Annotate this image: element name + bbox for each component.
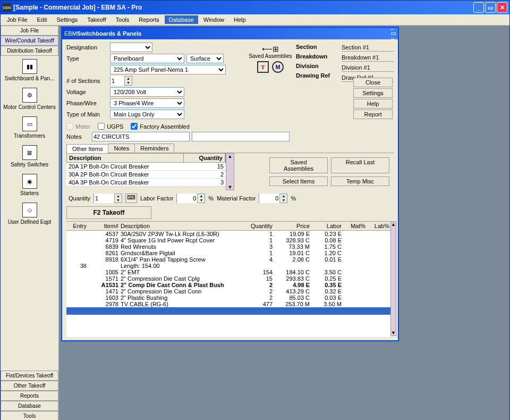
nav-other-takeoff[interactable]: Other Takeoff bbox=[1, 381, 58, 391]
tool-transformers[interactable]: ▭Transformers bbox=[1, 113, 58, 142]
menu-help[interactable]: Help bbox=[230, 15, 250, 24]
result-row[interactable]: 16032" Plastic Bushing285.03 C0.03 E bbox=[66, 295, 390, 301]
division-label: Division bbox=[296, 63, 342, 69]
menu-edit[interactable]: Edit bbox=[33, 15, 52, 24]
type-select[interactable]: Panelboard bbox=[110, 54, 184, 63]
recall-last-button[interactable]: Recall Last bbox=[331, 157, 389, 173]
main-select[interactable]: Main Lugs Only bbox=[110, 110, 184, 119]
breakdown-value[interactable]: Breakdown #1 bbox=[342, 54, 394, 62]
menu-window[interactable]: Window bbox=[199, 15, 228, 24]
meter-check[interactable]: Meter bbox=[66, 123, 90, 130]
sections-spinner[interactable]: ▲▼ bbox=[110, 76, 132, 86]
col-lab[interactable]: Lab% bbox=[367, 223, 390, 229]
sections-label: # of Sections bbox=[66, 78, 108, 84]
tab-notes[interactable]: Notes bbox=[108, 144, 135, 153]
result-row[interactable]: 89186X1/4" Pan Head Tapping Screw42.08 C… bbox=[66, 256, 390, 263]
nav-reports[interactable]: Reports bbox=[1, 391, 58, 401]
drawing-label: Drawing Ref bbox=[296, 72, 342, 79]
voltage-select[interactable]: 120/208 Volt bbox=[110, 87, 184, 97]
other-item-row[interactable]: 40A 3P Bolt-On Circuit Breaker3 bbox=[66, 179, 226, 187]
notes-input-2[interactable] bbox=[192, 132, 290, 141]
section-value[interactable]: Section #1 bbox=[342, 44, 394, 52]
menu-takeoff[interactable]: Takeoff bbox=[83, 15, 110, 24]
result-row[interactable]: 8261Grndscr&Bare Pigtail119.01 C1.20 C bbox=[66, 250, 390, 256]
nav-fixt-devices-takeoff[interactable]: Fixt/Devices Takeoff bbox=[1, 371, 58, 381]
tool-user-defined-eqpt[interactable]: ◇User Defined Eqpt bbox=[1, 199, 58, 228]
col-mat[interactable]: Mat% bbox=[343, 223, 367, 229]
select-items-button[interactable]: Select Items bbox=[269, 177, 328, 186]
quantity-spinner[interactable]: ▲▼ bbox=[94, 194, 122, 203]
calculator-button[interactable]: ⌨ bbox=[125, 194, 137, 203]
minimize-button[interactable]: _ bbox=[473, 2, 484, 13]
factory-check[interactable]: Factory Assembled bbox=[131, 123, 190, 130]
saved-assemblies-icon[interactable]: ⟵⊞ bbox=[247, 45, 294, 53]
close-button[interactable]: Close bbox=[353, 78, 393, 87]
labor-factor-spinner[interactable]: ▲▼ bbox=[176, 194, 205, 203]
m-icon[interactable]: M bbox=[272, 61, 284, 73]
maximize-button[interactable]: ▭ bbox=[485, 2, 496, 13]
notes-input-1[interactable] bbox=[92, 132, 190, 141]
temp-misc-button[interactable]: Temp Misc bbox=[331, 177, 389, 186]
tab-other-items[interactable]: Other Items bbox=[66, 144, 108, 153]
result-row[interactable]: A15312" Comp Die Cast Conn & Plast Bush2… bbox=[66, 282, 390, 288]
other-item-row[interactable]: 20A 1P Bolt-On Circuit Breaker15 bbox=[66, 163, 226, 171]
saved-assemblies-button[interactable]: Saved Assemblies bbox=[269, 157, 328, 173]
result-row[interactable]: 10052" EMT154184.10 C3.50 C bbox=[66, 269, 390, 275]
result-row[interactable]: 2978TV CABLE (RG-6)477253.70 M3.50 M bbox=[66, 301, 390, 307]
child-maximize-button[interactable]: ▭ bbox=[390, 30, 396, 37]
t-icon[interactable]: T bbox=[257, 61, 269, 73]
col-labor[interactable]: Labor bbox=[311, 223, 343, 229]
col-quantity[interactable]: Quantity bbox=[184, 154, 225, 162]
other-items-scrollbar[interactable]: ▲▼ bbox=[226, 153, 234, 190]
col-entry[interactable]: Entry bbox=[66, 223, 88, 229]
menu-job-file[interactable]: Job File bbox=[3, 15, 32, 24]
division-value[interactable]: Division #1 bbox=[342, 64, 394, 72]
result-row[interactable]: 47194" Square 1G Ind Power Rcpt Cover132… bbox=[66, 237, 390, 243]
result-row[interactable]: 38Length: 154.00 bbox=[66, 263, 390, 269]
f2-takeoff-button[interactable]: F2 Takeoff bbox=[66, 206, 151, 219]
nav-job-file[interactable]: Job File bbox=[1, 26, 58, 36]
col-qty[interactable]: Quantity bbox=[242, 223, 274, 229]
other-item-row[interactable]: 30A 2P Bolt-On Circuit Breaker2 bbox=[66, 171, 226, 179]
designation-select[interactable] bbox=[110, 43, 152, 52]
tool-motor-control-centers[interactable]: ⚙Motor Control Centers bbox=[1, 85, 58, 113]
tool-switchboard-pan-[interactable]: ▮▮Switchboard & Pan... bbox=[1, 56, 58, 85]
close-button[interactable]: ✕ bbox=[497, 2, 507, 13]
result-row[interactable]: 15712" Compression Die Cast Cplg15293.83… bbox=[66, 275, 390, 282]
col-price[interactable]: Price bbox=[274, 223, 311, 229]
tool-icon: ◇ bbox=[22, 203, 37, 217]
col-description[interactable]: Description bbox=[67, 154, 184, 162]
app-title: [Sample - Commercial Job] - EBM SA - Pro bbox=[13, 4, 473, 11]
result-row[interactable]: 6839Red Wirenuts373.33 M1.75 C bbox=[66, 243, 390, 250]
nav-distribution-takeoff[interactable]: Distribution Takeoff bbox=[1, 46, 58, 56]
selected-row[interactable] bbox=[66, 307, 390, 315]
menu-reports[interactable]: Reports bbox=[134, 15, 164, 24]
tool-icon: ⚙ bbox=[22, 88, 37, 103]
result-row[interactable]: 453730A/250V 2P3W Tw-Lk Rcpt (L6-30R)119… bbox=[66, 231, 390, 237]
nav-wire-conduit-takeoff[interactable]: Wire/Conduit Takeoff bbox=[1, 36, 58, 46]
report-button[interactable]: Report bbox=[353, 110, 393, 119]
col-item[interactable]: Item# bbox=[88, 223, 120, 229]
help-button[interactable]: Help bbox=[353, 99, 393, 108]
ugps-check[interactable]: UGPS bbox=[98, 123, 123, 130]
material-factor-spinner[interactable]: ▲▼ bbox=[259, 194, 287, 203]
tool-safety-switches[interactable]: ⊠Safety Switches bbox=[1, 142, 58, 171]
phase-select[interactable]: 3 Phase/4 Wire bbox=[110, 98, 184, 108]
settings-button[interactable]: Settings bbox=[353, 88, 393, 98]
results-scrollbar[interactable]: ▲▼ bbox=[390, 221, 396, 336]
nav-database[interactable]: Database bbox=[1, 401, 58, 411]
tab-reminders[interactable]: Reminders bbox=[134, 144, 174, 153]
mount-select[interactable]: Surface bbox=[186, 54, 224, 63]
menu-database[interactable]: Database bbox=[165, 15, 198, 24]
child-minimize-button[interactable]: _ bbox=[390, 23, 396, 30]
nav-tools[interactable]: Tools bbox=[1, 411, 58, 420]
scroll-down-icon: ▼ bbox=[228, 184, 233, 190]
app-icon: EBM bbox=[3, 3, 11, 12]
type-label: Type bbox=[66, 55, 108, 62]
tool-starters[interactable]: ◉Starters bbox=[1, 171, 58, 199]
result-row[interactable]: 14712" Compression Die Cast Conn2413.29 … bbox=[66, 288, 390, 295]
col-desc[interactable]: Description bbox=[120, 223, 242, 229]
menu-tools[interactable]: Tools bbox=[112, 15, 134, 24]
model-select[interactable]: 225 Amp Surf Panel-Nema 1 bbox=[110, 65, 226, 74]
menu-settings[interactable]: Settings bbox=[53, 15, 82, 24]
